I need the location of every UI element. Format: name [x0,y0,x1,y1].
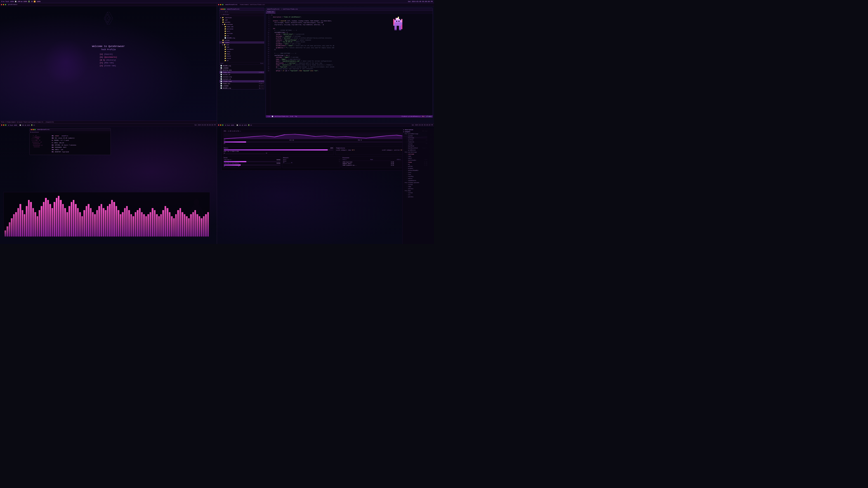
rt-defaultroamdir[interactable]: ◦ defaultRoamDir [403,169,434,171]
rt-outputs[interactable]: ▶ outputs [403,131,434,133]
rt-pkgs-patches[interactable]: ◦ patches [403,196,434,198]
q4-dot-y[interactable] [220,125,221,126]
rt-username[interactable]: ◦ username [403,153,434,155]
fm-tree-readmeorg[interactable]: 📄 README.org [219,37,264,39]
q1-dot-y[interactable] [3,4,4,5]
viz-bar [77,208,79,236]
rt-locale[interactable]: ◦ locale [403,143,434,145]
rt-np-system[interactable]: ◦ system [403,184,434,186]
fm-file-desktop[interactable]: 🖼 desktop.png [219,69,264,71]
fm-tree-patches[interactable]: 📁 patches [219,21,264,23]
rt-systemsettings[interactable]: ▼ ⊞ systemSettings [403,133,434,135]
rt-bootmode[interactable]: ◦ bootMode [403,145,434,147]
fm-tree-profiles[interactable]: ▶ 📁 profiles [219,23,264,26]
fm-file-license2[interactable]: 📄 LICENSE34.2 K [219,85,264,87]
welcome-title: Welcome to Qutebrowser [92,45,125,48]
fm-tree-homelab[interactable]: 📁 home.lab [219,26,264,28]
fm-tree-shell[interactable]: 📁 shell [219,55,264,57]
fm-tree-system[interactable]: 📁 system [219,39,264,41]
fm-file-flakenix[interactable]: 📄 flake.nix2.26 K [219,71,264,73]
sysmon-network-label: Network [283,157,340,159]
fm-file-harden[interactable]: 📄 harden.sh [219,73,264,76]
q2-dot-r[interactable] [218,4,219,5]
q1-dot-g[interactable] [5,4,6,5]
fm-tree-style[interactable]: 📁 style [219,57,264,59]
rt-system[interactable]: ◦ system [403,135,434,137]
fm-tree-personal[interactable]: 📁 personal [219,28,264,30]
code-editor[interactable]: emmetPsnowfire1: ~/.dotfiles/flake.nix f… [266,8,433,118]
fm-fwd-btn[interactable]: → [222,11,223,13]
file-manager[interactable]: emmetPsnowfire1: ← → ↑ ⊞ ≡ ~/.dotfiles/ … [219,8,265,90]
rt-grubdevice[interactable]: ◦ grubDevice [403,149,434,151]
q3-dot-r[interactable] [1,125,2,126]
rt-bootmountpath[interactable]: ◦ bootMountPath [403,147,434,149]
viz-bar [132,216,134,236]
fm-dot-y[interactable] [222,8,223,10]
q2-dot-g[interactable] [222,4,223,5]
rt-theme[interactable]: ◦ theme [403,161,434,163]
rt-usersettings[interactable]: ▼ ⊞ userSettings [403,151,434,153]
rt-description[interactable]: ▶ description [403,129,434,131]
fm-file-license[interactable]: 📄 LICENSE [219,67,264,69]
fm-file-readmeorg[interactable]: 📄 README.org [219,65,264,67]
fm-tree-work[interactable]: 📁 work [219,30,264,32]
fm-tree-dotfiles[interactable]: ▶ 📁 .dotfiles [219,17,264,19]
rt-dotfilesdir[interactable]: ◦ dotfilesDir [403,159,434,161]
rt-pkgs[interactable]: ▼ ⊞ pkgs [403,190,434,192]
viz-bar [203,216,205,236]
rt-profile[interactable]: ◦ profile [403,139,434,141]
fm-tree-user[interactable]: ▶ 📁 user [219,43,264,46]
rt-spawneditor[interactable]: ◦ spawnEditor [403,180,434,182]
ce-code-content[interactable]: { description = "Flake of LibrePhoenix";… [270,13,433,117]
fm-tree-themes[interactable]: 📁 themes [219,41,264,43]
fm-home-btn[interactable]: ⊞ [225,11,226,13]
nf-dot-r[interactable] [31,129,32,130]
q2-dot-y[interactable] [220,4,221,5]
fm-file-installorg[interactable]: 📄 install.org [219,76,264,78]
fm-tree-hardware[interactable]: 📁 hardware [219,48,264,51]
ce-tab-flakenix[interactable]: flake.nix [266,11,276,13]
q4-dot-g[interactable] [222,125,223,126]
rt-np-name[interactable]: ◦ name [403,186,434,188]
fm-back-btn[interactable]: ← [220,11,221,13]
rt-email[interactable]: ◦ email [403,157,434,159]
q4-dot-r[interactable] [218,125,219,126]
nf-dot-g[interactable] [34,129,35,130]
rt-fontpkg[interactable]: ◦ fontPkg [403,175,434,177]
q3-dot-y[interactable] [3,125,4,126]
fm-tree-pkgs[interactable]: 📁 pkgs [219,53,264,55]
fm-file-flakelock[interactable]: 📄 .flake.lock27.5 K [219,80,264,83]
rt-np-patches[interactable]: ◦ patches [403,188,434,190]
fm-tree-wsl[interactable]: 📁 wsl [219,35,264,37]
rt-timezone[interactable]: ◦ timezone [403,141,434,143]
fm-up-btn[interactable]: ↑ [224,11,224,13]
fm-dot-r[interactable] [221,8,222,10]
fm-menu-btn[interactable]: ≡ [227,11,228,13]
rt-browser[interactable]: ◦ browser [403,167,434,169]
rt-pkgs-src[interactable]: ◦ src [403,194,434,196]
rt-font[interactable]: ◦ font [403,173,434,175]
q1-qutebrowser: qutebrowser ___ /\ \ /::\ \ /:/\:\ \ /:/… [0,3,217,124]
rt-pkgs-system[interactable]: ◦ system [403,192,434,194]
viz-bar [166,208,168,236]
fm-tree-wm[interactable]: 📁 wm [219,59,264,62]
nf-dot-y[interactable] [33,129,34,130]
fm-tree-lang[interactable]: 📁 lang [219,51,264,53]
rt-editor[interactable]: ◦ editor [403,177,434,180]
rt-term[interactable]: ◦ term [403,171,434,173]
fm-file-flakenix2[interactable]: 📄 flake.nix2.26 K [219,83,264,85]
fm-dot-g[interactable] [224,8,225,10]
fm-tree-worklab[interactable]: 📁 worklab [219,32,264,35]
fm-file-installsh[interactable]: 📄 install.sh [219,78,264,80]
rt-wm[interactable]: ◦ wm [403,163,434,165]
rt-name[interactable]: ◦ name [403,155,434,157]
q1-dot-r[interactable] [1,4,2,5]
rt-wmtype[interactable]: ◦ wmType [403,165,434,167]
fm-tree-git[interactable]: 📁 .git [219,19,264,21]
fm-file-readmeorg2[interactable]: 📄 README.org40.7 K [219,87,264,89]
rt-hostname[interactable]: ◦ hostname [403,137,434,139]
viz-bar [18,208,19,236]
rt-nixpkgs-patched[interactable]: ▼ ⊞ nixpkgs-patched [403,182,434,184]
q3-dot-g[interactable] [5,125,6,126]
fm-tree-app[interactable]: 📁 app [219,46,264,48]
